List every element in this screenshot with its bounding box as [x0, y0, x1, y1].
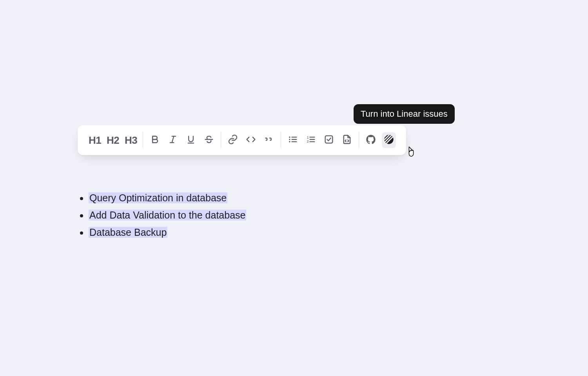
svg-point-7 [289, 141, 290, 143]
editor-content[interactable]: Query Optimization in database Add Data … [78, 190, 246, 241]
code-file-icon [341, 134, 352, 146]
tooltip-text: Turn into Linear issues [361, 109, 448, 119]
linear-button[interactable] [382, 132, 396, 148]
h3-label: H3 [125, 134, 137, 146]
text-style-group [143, 132, 221, 148]
svg-point-6 [289, 139, 290, 140]
github-button[interactable] [364, 132, 378, 148]
svg-text:1: 1 [307, 136, 309, 139]
linear-tooltip: Turn into Linear issues [354, 104, 455, 124]
formatting-toolbar: H1 H2 H3 12 [78, 125, 406, 155]
svg-text:2: 2 [307, 139, 309, 143]
svg-rect-16 [325, 136, 333, 143]
h2-label: H2 [107, 134, 119, 146]
list-item[interactable]: Database Backup [89, 224, 246, 241]
heading-2-button[interactable]: H2 [106, 132, 120, 148]
code-block-button[interactable] [340, 132, 354, 148]
quote-icon [263, 134, 274, 146]
heading-1-button[interactable]: H1 [88, 132, 102, 148]
strikethrough-button[interactable] [202, 132, 216, 148]
quote-button[interactable] [262, 132, 276, 148]
list-item[interactable]: Query Optimization in database [89, 190, 246, 207]
insert-group [221, 132, 281, 148]
svg-point-5 [289, 136, 290, 138]
code-button[interactable] [244, 132, 258, 148]
selected-text: Query Optimization in database [89, 192, 227, 203]
code-icon [245, 134, 256, 146]
selected-text: Add Data Validation to the database [89, 210, 246, 221]
bold-icon [149, 134, 160, 146]
underline-button[interactable] [184, 132, 198, 148]
strikethrough-icon [203, 134, 214, 146]
bold-button[interactable] [148, 132, 162, 148]
bullet-list-icon [287, 134, 298, 146]
selected-text: Database Backup [89, 227, 167, 238]
bullet-list-button[interactable] [286, 132, 300, 148]
list-item[interactable]: Add Data Validation to the database [89, 207, 246, 224]
numbered-list-icon: 12 [305, 134, 316, 146]
numbered-list-button[interactable]: 12 [304, 132, 318, 148]
svg-line-2 [172, 136, 174, 143]
underline-icon [185, 134, 196, 146]
h1-label: H1 [89, 134, 101, 146]
heading-group: H1 H2 H3 [83, 132, 143, 148]
heading-3-button[interactable]: H3 [124, 132, 138, 148]
cursor-pointer-icon [405, 146, 417, 157]
integration-group [359, 132, 401, 148]
italic-icon [167, 134, 178, 146]
linear-icon [383, 134, 394, 146]
link-button[interactable] [226, 132, 240, 148]
list-group: 12 [281, 132, 359, 148]
link-icon [227, 134, 238, 146]
checkbox-icon [323, 134, 334, 146]
bullet-list: Query Optimization in database Add Data … [78, 190, 246, 241]
checkbox-button[interactable] [322, 132, 336, 148]
github-icon [365, 134, 376, 146]
italic-button[interactable] [166, 132, 180, 148]
